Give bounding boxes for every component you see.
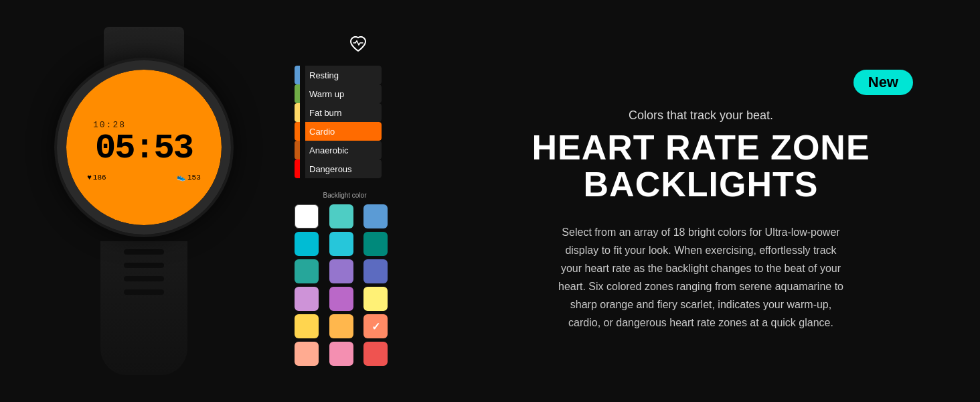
watch-bottom-row: ♥ 186 👟 153 — [87, 173, 201, 182]
heart-rate-icon — [349, 36, 368, 56]
backlight-title: Backlight color — [295, 192, 395, 199]
zone-label-box-anaerobic: Anaerobic — [305, 141, 382, 159]
color-swatch-14[interactable] — [363, 314, 388, 338]
color-swatch-17[interactable] — [363, 342, 388, 366]
color-swatch-6[interactable] — [295, 259, 319, 283]
page-wrapper: 10:28 05:53 ♥ 186 👟 153 — [0, 0, 980, 402]
zone-label-resting: Resting — [309, 70, 339, 80]
zone-color-dangerous — [295, 159, 300, 178]
color-swatch-1[interactable] — [329, 204, 353, 228]
watch-section: 10:28 05:53 ♥ 186 👟 153 — [0, 0, 288, 402]
band-hole-3 — [124, 276, 164, 281]
color-swatch-12[interactable] — [295, 314, 319, 338]
color-swatch-16[interactable] — [329, 342, 353, 366]
color-swatch-2[interactable] — [363, 204, 388, 228]
main-title: HEART RATE ZONE BACKLIGHTS — [532, 129, 870, 202]
band-hole-2 — [124, 263, 164, 268]
zone-item-cardio[interactable]: Cardio — [295, 122, 382, 141]
zone-color-cardio — [295, 122, 300, 141]
zone-item-resting[interactable]: Resting — [295, 66, 382, 84]
zone-label-dangerous: Dangerous — [309, 164, 352, 174]
zone-label-anaerobic: Anaerobic — [309, 145, 349, 155]
color-swatch-11[interactable] — [363, 287, 388, 311]
color-swatch-13[interactable] — [329, 314, 353, 338]
new-badge: New — [853, 70, 913, 95]
subtitle: Colors that track your beat. — [629, 109, 773, 123]
color-swatch-9[interactable] — [295, 287, 319, 311]
watch-steps: 👟 153 — [177, 173, 201, 182]
zone-label-cardio: Cardio — [309, 127, 335, 137]
color-swatch-0[interactable] — [295, 204, 319, 228]
footstep-icon: 👟 — [177, 173, 186, 182]
zone-color-resting — [295, 66, 300, 84]
zone-label-warmup: Warm up — [309, 89, 344, 99]
band-hole-4 — [124, 289, 164, 295]
zone-item-anaerobic[interactable]: Anaerobic — [295, 141, 382, 159]
zone-color-fatburn — [295, 103, 300, 122]
zone-label-box-resting: Resting — [305, 66, 382, 84]
content-section: New Colors that track your beat. HEART R… — [422, 0, 980, 402]
color-swatch-10[interactable] — [329, 287, 353, 311]
zone-label-box-warmup: Warm up — [305, 84, 382, 103]
main-title-line1: HEART RATE ZONE — [532, 129, 870, 166]
color-swatch-4[interactable] — [329, 232, 353, 256]
watch-time-top: 10:28 — [93, 120, 126, 130]
color-swatch-7[interactable] — [329, 259, 353, 283]
zone-item-warmup[interactable]: Warm up — [295, 84, 382, 103]
color-swatch-15[interactable] — [295, 342, 319, 366]
watch-main-time: 05:53 — [95, 131, 193, 166]
zone-item-dangerous[interactable]: Dangerous — [295, 159, 382, 178]
watch-screen: 10:28 05:53 ♥ 186 👟 153 — [66, 70, 222, 225]
watch-container: 10:28 05:53 ♥ 186 👟 153 — [17, 27, 271, 375]
watch-body: 10:28 05:53 ♥ 186 👟 153 — [57, 60, 231, 234]
zone-color-anaerobic — [295, 141, 300, 159]
watch-crown[interactable] — [228, 136, 231, 159]
watch-band-bottom — [100, 241, 187, 375]
backlight-section: Backlight color — [295, 192, 395, 366]
zone-color-warmup — [295, 84, 300, 103]
zone-label-box-cardio: Cardio — [305, 122, 382, 141]
heart-icon-small: ♥ — [87, 174, 92, 182]
main-title-line2: BACKLIGHTS — [532, 166, 870, 203]
zone-label-fatburn: Fat burn — [309, 108, 341, 118]
color-grid — [295, 204, 395, 366]
color-swatch-8[interactable] — [363, 259, 388, 283]
color-swatch-3[interactable] — [295, 232, 319, 256]
description: Select from an array of 18 bright colors… — [554, 223, 848, 332]
zones-section: RestingWarm upFat burnCardioAnaerobicDan… — [288, 0, 422, 402]
zone-label-box-fatburn: Fat burn — [305, 103, 382, 122]
color-swatch-5[interactable] — [363, 232, 388, 256]
band-hole-1 — [124, 249, 164, 255]
zone-item-fatburn[interactable]: Fat burn — [295, 103, 382, 122]
zone-label-box-dangerous: Dangerous — [305, 159, 382, 178]
watch-heart-rate: ♥ 186 — [87, 173, 106, 182]
zones-container: RestingWarm upFat burnCardioAnaerobicDan… — [295, 66, 382, 178]
